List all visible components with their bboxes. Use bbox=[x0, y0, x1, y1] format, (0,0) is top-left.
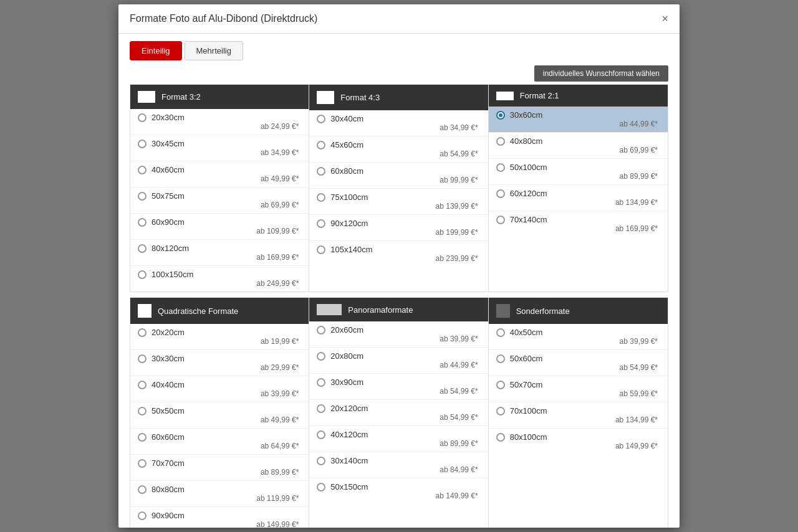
format-item[interactable]: 90x120cmab 199,99 €* bbox=[309, 215, 488, 241]
format-item[interactable]: 50x75cmab 69,99 €* bbox=[130, 188, 309, 214]
format-item[interactable]: 100x150cmab 249,99 €* bbox=[130, 266, 309, 292]
format-item[interactable]: 50x150cmab 149,99 €* bbox=[309, 478, 488, 504]
modal-content: Format 3:220x30cmab 24,99 €*30x45cmab 34… bbox=[118, 84, 680, 528]
size-label: 20x80cm bbox=[330, 351, 363, 361]
radio-button[interactable] bbox=[317, 430, 325, 439]
format-item[interactable]: 30x40cmab 34,99 €* bbox=[309, 110, 488, 136]
size-label: 50x70cm bbox=[510, 380, 543, 389]
format-item[interactable]: 40x120cmab 89,99 €* bbox=[309, 426, 488, 452]
format-item-row: 30x140cm bbox=[317, 456, 480, 465]
radio-button[interactable] bbox=[317, 352, 325, 361]
format-item[interactable]: 30x90cmab 54,99 €* bbox=[309, 374, 488, 400]
format-item-row: 90x120cm bbox=[317, 219, 480, 228]
radio-button[interactable] bbox=[138, 511, 147, 520]
format-item[interactable]: 30x60cmab 44,99 €* bbox=[489, 107, 668, 133]
format-item[interactable]: 50x100cmab 89,99 €* bbox=[489, 159, 668, 185]
format-item[interactable]: 60x90cmab 109,99 €* bbox=[130, 214, 309, 240]
radio-button[interactable] bbox=[138, 270, 147, 279]
size-label: 30x40cm bbox=[330, 114, 363, 123]
format-item[interactable]: 80x80cmab 119,99 €* bbox=[130, 481, 309, 507]
format-item[interactable]: 20x80cmab 44,99 €* bbox=[309, 348, 488, 374]
format-item[interactable]: 20x30cmab 24,99 €* bbox=[130, 109, 309, 135]
format-item[interactable]: 40x50cmab 39,99 €* bbox=[489, 324, 668, 350]
format-item-row: 80x120cm bbox=[138, 244, 301, 253]
radio-button[interactable] bbox=[317, 404, 325, 413]
format-item[interactable]: 30x140cmab 84,99 €* bbox=[309, 452, 488, 478]
radio-button[interactable] bbox=[138, 407, 147, 416]
radio-button[interactable] bbox=[138, 218, 147, 227]
price-label: ab 149,99 €* bbox=[496, 442, 660, 450]
radio-button[interactable] bbox=[317, 193, 325, 202]
radio-button[interactable] bbox=[317, 167, 325, 176]
format-item[interactable]: 40x60cmab 49,99 €* bbox=[130, 161, 309, 188]
radio-button[interactable] bbox=[138, 166, 147, 174]
format-item[interactable]: 105x140cmab 239,99 €* bbox=[309, 241, 488, 267]
format-item[interactable]: 40x40cmab 39,99 €* bbox=[130, 376, 309, 402]
radio-button[interactable] bbox=[138, 459, 147, 468]
close-button[interactable]: × bbox=[661, 13, 668, 24]
format-header-label: Quadratische Formate bbox=[158, 306, 238, 316]
radio-button[interactable] bbox=[496, 328, 505, 337]
format-item[interactable]: 80x120cmab 169,99 €* bbox=[130, 240, 309, 266]
format-item[interactable]: 30x45cmab 34,99 €* bbox=[130, 135, 309, 161]
format-item[interactable]: 50x60cmab 54,99 €* bbox=[489, 350, 668, 376]
radio-button[interactable] bbox=[317, 141, 325, 150]
format-item[interactable]: 70x140cmab 169,99 €* bbox=[489, 211, 668, 237]
radio-button[interactable] bbox=[138, 381, 147, 389]
format-header-label: Panoramaformate bbox=[348, 305, 413, 315]
radio-button[interactable] bbox=[317, 326, 325, 335]
radio-button[interactable] bbox=[138, 433, 147, 442]
radio-button[interactable] bbox=[317, 115, 325, 123]
radio-button[interactable] bbox=[496, 354, 505, 363]
radio-button[interactable] bbox=[496, 163, 505, 172]
radio-button[interactable] bbox=[496, 111, 505, 120]
radio-button[interactable] bbox=[138, 354, 147, 363]
radio-button[interactable] bbox=[138, 140, 147, 148]
radio-button[interactable] bbox=[317, 219, 325, 228]
radio-button[interactable] bbox=[138, 328, 147, 337]
format-item[interactable]: 20x60cmab 39,99 €* bbox=[309, 321, 488, 348]
format-item-row: 70x70cm bbox=[138, 458, 301, 468]
radio-button[interactable] bbox=[496, 433, 505, 442]
format-item[interactable]: 50x50cmab 49,99 €* bbox=[130, 402, 309, 429]
radio-button[interactable] bbox=[138, 244, 147, 253]
format-item[interactable]: 60x120cmab 134,99 €* bbox=[489, 185, 668, 211]
format-item[interactable]: 90x90cmab 149,99 €* bbox=[130, 507, 309, 528]
radio-button[interactable] bbox=[496, 381, 505, 389]
tab-einteilig[interactable]: Einteilig bbox=[130, 41, 182, 60]
format-item[interactable]: 30x30cmab 29,99 €* bbox=[130, 350, 309, 376]
format-item[interactable]: 70x70cmab 89,99 €* bbox=[130, 455, 309, 481]
format-item[interactable]: 60x80cmab 99,99 €* bbox=[309, 163, 488, 189]
bottom-format-grid: Quadratische Formate20x20cmab 19,99 €*30… bbox=[130, 297, 668, 528]
radio-button[interactable] bbox=[317, 483, 325, 492]
price-label: ab 44,99 €* bbox=[317, 361, 480, 369]
radio-button[interactable] bbox=[496, 137, 505, 146]
format-swatch bbox=[496, 304, 510, 318]
radio-button[interactable] bbox=[496, 189, 505, 198]
size-label: 30x45cm bbox=[151, 139, 185, 148]
radio-button[interactable] bbox=[138, 485, 147, 494]
price-label: ab 39,99 €* bbox=[317, 335, 480, 343]
format-item[interactable]: 20x20cmab 19,99 €* bbox=[130, 324, 309, 350]
format-swatch bbox=[138, 304, 151, 318]
radio-button[interactable] bbox=[138, 192, 147, 201]
format-item[interactable]: 40x80cmab 69,99 €* bbox=[489, 133, 668, 159]
format-item-row: 90x90cm bbox=[138, 511, 301, 520]
format-item[interactable]: 75x100cmab 139,99 €* bbox=[309, 189, 488, 215]
radio-button[interactable] bbox=[496, 407, 505, 416]
radio-button[interactable] bbox=[317, 378, 325, 387]
format-item[interactable]: 20x120cmab 54,99 €* bbox=[309, 400, 488, 426]
radio-button[interactable] bbox=[138, 113, 147, 122]
radio-button[interactable] bbox=[317, 457, 325, 465]
radio-button[interactable] bbox=[317, 245, 325, 254]
format-swatch bbox=[496, 92, 514, 100]
radio-button[interactable] bbox=[496, 216, 505, 224]
wunschformat-button[interactable]: individuelles Wunschformat wählen bbox=[534, 65, 668, 82]
format-item[interactable]: 60x60cmab 64,99 €* bbox=[130, 429, 309, 455]
format-item[interactable]: 50x70cmab 59,99 €* bbox=[489, 376, 668, 402]
format-item-row: 20x60cm bbox=[317, 325, 480, 335]
format-item[interactable]: 80x100cmab 149,99 €* bbox=[489, 429, 668, 454]
format-item[interactable]: 70x100cmab 134,99 €* bbox=[489, 402, 668, 429]
tab-mehrteilig[interactable]: Mehrteilig bbox=[185, 41, 243, 60]
format-item[interactable]: 45x60cmab 54,99 €* bbox=[309, 136, 488, 163]
